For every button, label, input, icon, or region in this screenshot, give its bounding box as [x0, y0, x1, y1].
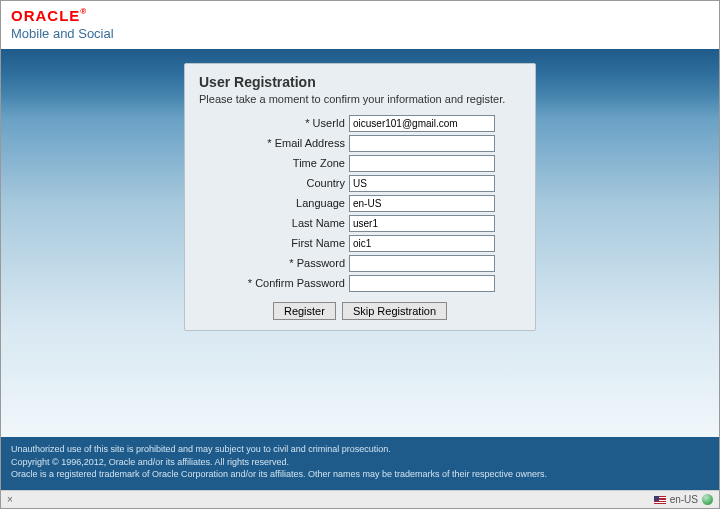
- input-firstname[interactable]: [349, 235, 495, 252]
- registration-panel: User Registration Please take a moment t…: [184, 63, 536, 331]
- brand-text: ORACLE: [11, 7, 80, 24]
- label-confirm: * Confirm Password: [199, 277, 349, 289]
- close-icon[interactable]: ×: [7, 494, 13, 505]
- row-password: * Password: [199, 255, 521, 272]
- input-userid[interactable]: [349, 115, 495, 132]
- statusbar-right: en-US: [654, 494, 713, 505]
- input-confirm[interactable]: [349, 275, 495, 292]
- app-window: ORACLE® Mobile and Social User Registrat…: [0, 0, 720, 509]
- locale-text: en-US: [670, 494, 698, 505]
- register-button[interactable]: Register: [273, 302, 336, 320]
- label-password: * Password: [199, 257, 349, 269]
- row-timezone: Time Zone: [199, 155, 521, 172]
- flag-icon: [654, 496, 666, 504]
- panel-instruction: Please take a moment to confirm your inf…: [199, 92, 521, 107]
- row-firstname: First Name: [199, 235, 521, 252]
- label-firstname: First Name: [199, 237, 349, 249]
- row-userid: * UserId: [199, 115, 521, 132]
- input-timezone[interactable]: [349, 155, 495, 172]
- footer: Unauthorized use of this site is prohibi…: [1, 437, 719, 495]
- row-language: Language: [199, 195, 521, 212]
- row-country: Country: [199, 175, 521, 192]
- input-country[interactable]: [349, 175, 495, 192]
- label-country: Country: [199, 177, 349, 189]
- panel-title: User Registration: [199, 74, 521, 90]
- product-name: Mobile and Social: [11, 26, 709, 41]
- input-email[interactable]: [349, 135, 495, 152]
- footer-line2: Copyright © 1996,2012, Oracle and/or its…: [11, 456, 709, 469]
- input-language[interactable]: [349, 195, 495, 212]
- globe-icon[interactable]: [702, 494, 713, 505]
- label-lastname: Last Name: [199, 217, 349, 229]
- row-email: * Email Address: [199, 135, 521, 152]
- button-row: Register Skip Registration: [199, 302, 521, 320]
- brand-logo: ORACLE®: [11, 7, 709, 24]
- header: ORACLE® Mobile and Social: [1, 1, 719, 49]
- label-userid: * UserId: [199, 117, 349, 129]
- input-lastname[interactable]: [349, 215, 495, 232]
- footer-line1: Unauthorized use of this site is prohibi…: [11, 443, 709, 456]
- footer-line3: Oracle is a registered trademark of Orac…: [11, 468, 709, 481]
- label-email: * Email Address: [199, 137, 349, 149]
- input-password[interactable]: [349, 255, 495, 272]
- row-confirm: * Confirm Password: [199, 275, 521, 292]
- brand-reg: ®: [80, 7, 87, 16]
- skip-registration-button[interactable]: Skip Registration: [342, 302, 447, 320]
- statusbar: × en-US: [1, 490, 719, 508]
- row-lastname: Last Name: [199, 215, 521, 232]
- label-language: Language: [199, 197, 349, 209]
- label-timezone: Time Zone: [199, 157, 349, 169]
- content-area: User Registration Please take a moment t…: [1, 49, 719, 437]
